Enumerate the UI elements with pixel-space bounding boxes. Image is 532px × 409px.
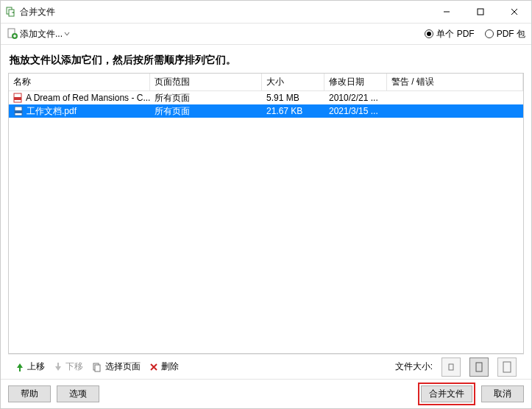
chevron-down-icon [64,31,70,37]
file-name: 工作文档.pdf [26,105,77,118]
help-button[interactable]: 帮助 [8,385,51,402]
merge-button[interactable]: 合并文件 [421,385,472,402]
select-pages-label: 选择页面 [105,360,141,373]
arrow-up-icon [15,362,24,372]
radio-single-pdf[interactable]: 单个 PDF [425,28,474,40]
options-button[interactable]: 选项 [57,385,99,402]
size-small-button[interactable] [441,358,461,377]
col-header-size[interactable]: 大小 [262,74,324,90]
col-header-name[interactable]: 名称 [9,74,150,90]
arrow-down-icon [54,362,63,372]
delete-label: 删除 [161,360,179,373]
footer: 帮助 选项 合并文件 取消 [1,379,531,408]
delete-icon [149,363,158,371]
minimize-button[interactable] [430,1,464,23]
col-header-warn[interactable]: 警告 / 错误 [387,74,523,90]
svg-rect-6 [14,97,21,100]
window-title-text: 合并文件 [20,6,55,18]
svg-rect-13 [503,362,511,372]
svg-rect-11 [449,364,453,370]
merge-files-dialog: 合并文件 添加文件... [0,0,532,409]
titlebar: 合并文件 [1,1,531,23]
add-files-label: 添加文件... [20,28,63,40]
cell-size: 21.67 KB [262,104,324,118]
maximize-button[interactable] [464,1,497,23]
add-files-button[interactable]: 添加文件... [7,28,70,40]
output-mode-radio-group: 单个 PDF PDF 包 [425,28,525,40]
bottom-toolbar: 上移 下移 选择页面 删除 文件大小: [8,354,524,379]
col-header-range[interactable]: 页面范围 [150,74,262,90]
size-large-button[interactable] [497,358,517,377]
table-header: 名称 页面范围 大小 修改日期 警告 / 错误 [9,74,523,91]
close-button[interactable] [497,1,531,23]
merge-pages-icon [5,6,17,18]
radio-pdf-pack[interactable]: PDF 包 [485,28,525,40]
cell-warn [387,96,523,100]
main-area: 拖放文件以添加它们，然后按所需顺序排列它们。 名称 页面范围 大小 修改日期 警… [1,45,531,379]
file-name: A Dream of Red Mansions - C... [26,93,150,103]
merge-highlight: 合并文件 [418,383,475,405]
svg-rect-2 [478,9,483,15]
select-pages-button[interactable]: 选择页面 [92,360,141,373]
svg-rect-12 [476,363,482,371]
col-header-date[interactable]: 修改日期 [324,74,387,90]
move-up-button[interactable]: 上移 [15,360,45,373]
cell-warn [387,109,523,113]
radio-label: 单个 PDF [436,28,474,40]
delete-button[interactable]: 删除 [149,360,179,373]
pdf-icon [13,106,24,116]
cancel-button[interactable]: 取消 [481,385,524,402]
move-down-button[interactable]: 下移 [54,360,83,373]
table-body: A Dream of Red Mansions - C... 所有页面 5.91… [9,91,523,353]
add-file-icon [7,28,18,40]
cell-range: 所有页面 [150,103,262,120]
move-down-label: 下移 [65,360,83,373]
instruction-text: 拖放文件以添加它们，然后按所需顺序排列它们。 [10,54,522,67]
size-medium-button[interactable] [469,358,489,377]
cell-date: 2021/3/15 ... [324,104,387,118]
radio-icon [425,29,433,38]
file-size-label: 文件大小: [395,360,433,373]
titlebar-title: 合并文件 [5,6,55,18]
radio-icon [485,29,494,38]
pages-icon [92,362,102,372]
toolbar: 添加文件... 单个 PDF PDF 包 [1,23,531,45]
table-row[interactable]: 工作文档.pdf 所有页面 21.67 KB 2021/3/15 ... [9,104,523,118]
move-up-label: 上移 [27,360,45,373]
pdf-icon [13,93,23,103]
radio-label: PDF 包 [497,28,525,40]
svg-rect-10 [95,365,100,371]
svg-rect-8 [15,110,22,113]
file-table: 名称 页面范围 大小 修改日期 警告 / 错误 A Dream of Red M… [8,73,524,354]
